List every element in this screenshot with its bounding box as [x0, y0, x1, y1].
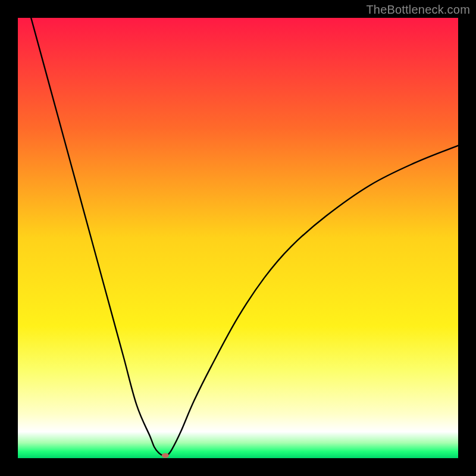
curve-layer [18, 18, 458, 458]
chart-frame: TheBottleneck.com [0, 0, 476, 476]
plot-area [18, 18, 458, 458]
bottleneck-curve [31, 18, 458, 456]
watermark-text: TheBottleneck.com [366, 3, 470, 17]
optimum-marker [162, 453, 169, 458]
